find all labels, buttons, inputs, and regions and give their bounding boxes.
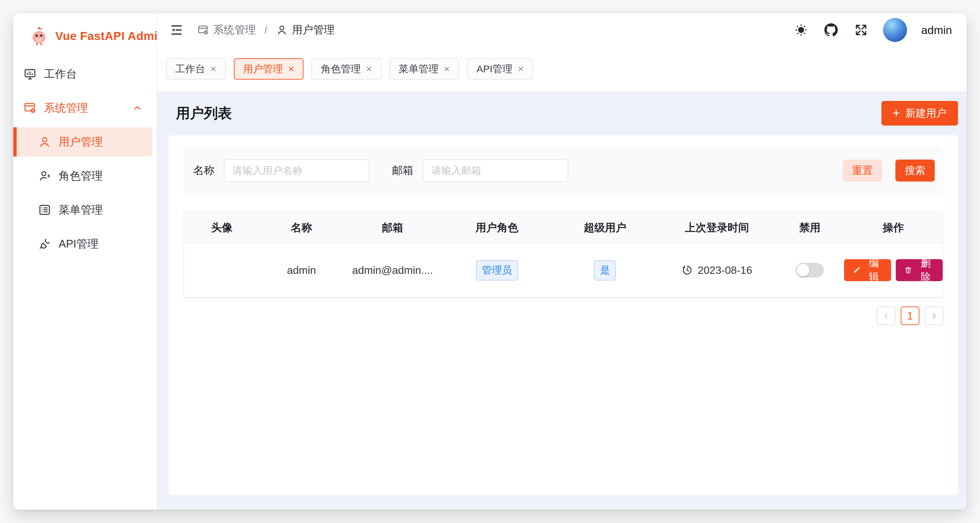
cell-name: admin (260, 264, 344, 277)
collapse-sidebar-icon[interactable] (169, 22, 185, 38)
tab-workbench[interactable]: 工作台 × (166, 58, 226, 79)
reset-button[interactable]: 重置 (843, 160, 882, 181)
window-gear-icon (197, 24, 209, 36)
tab-label: 菜单管理 (399, 62, 439, 76)
sidebar-item-roles[interactable]: 角色管理 (13, 161, 153, 191)
edit-label: 编辑 (865, 256, 883, 284)
cell-disabled (776, 263, 844, 278)
breadcrumb-item-users[interactable]: 用户管理 (276, 23, 334, 37)
tab-menus[interactable]: 菜单管理 × (390, 58, 459, 79)
col-superuser: 超级用户 (552, 221, 658, 235)
tab-users[interactable]: 用户管理 × (234, 58, 304, 79)
page-1-button[interactable]: 1 (901, 307, 920, 325)
fullscreen-icon[interactable] (853, 22, 869, 38)
disabled-toggle[interactable] (796, 263, 824, 278)
avatar[interactable] (883, 18, 907, 42)
breadcrumb-separator: / (262, 24, 269, 36)
table-header-row: 头像 名称 邮箱 用户角色 超级用户 上次登录时间 禁用 操作 (184, 213, 943, 243)
sidebar-item-workbench[interactable]: 工作台 (13, 59, 153, 89)
cell-actions: 编辑 删除 (844, 259, 943, 281)
trash-icon (904, 265, 913, 275)
col-actions: 操作 (844, 221, 943, 235)
filter-actions: 重置 搜索 (843, 160, 935, 181)
plug-icon (38, 237, 51, 251)
col-email: 邮箱 (343, 221, 442, 235)
github-icon[interactable] (823, 22, 839, 38)
sidebar-item-api[interactable]: API管理 (13, 229, 153, 259)
pagination: 1 (183, 307, 943, 325)
col-role: 用户角色 (442, 221, 552, 235)
table-row: admin admin@admin.... 管理员 是 (184, 243, 943, 297)
app-window: Vue FastAPI Admin 工作台 (13, 13, 967, 510)
name-filter-label: 名称 (193, 163, 215, 178)
sidebar-menu: 工作台 系统管理 (13, 59, 157, 259)
close-icon[interactable]: × (444, 64, 450, 74)
close-icon[interactable]: × (518, 64, 523, 74)
email-filter-input[interactable] (423, 159, 568, 182)
content: 用户列表 + 新建用户 名称 邮箱 重置 搜索 (157, 91, 967, 510)
brand[interactable]: Vue FastAPI Admin (13, 13, 157, 59)
user-check-icon (38, 169, 51, 183)
search-button[interactable]: 搜索 (896, 160, 935, 181)
chevron-left-icon (882, 312, 890, 320)
sidebar-item-system[interactable]: 系统管理 (13, 93, 153, 122)
role-tag: 管理员 (476, 260, 518, 280)
sidebar-item-label: 角色管理 (59, 169, 103, 184)
next-page-button[interactable] (925, 307, 943, 325)
sidebar-item-label: API管理 (59, 237, 98, 251)
close-icon[interactable]: × (288, 64, 294, 74)
close-icon[interactable]: × (366, 64, 372, 74)
user-list-card: 名称 邮箱 重置 搜索 头像 名称 邮箱 (169, 135, 958, 495)
tab-api[interactable]: API管理 × (467, 58, 533, 79)
tab-label: API管理 (476, 62, 512, 76)
username[interactable]: admin (921, 24, 952, 37)
sidebar-item-users[interactable]: 用户管理 (13, 127, 153, 157)
tab-label: 用户管理 (243, 62, 283, 76)
tab-label: 角色管理 (321, 62, 361, 76)
sidebar-item-label: 工作台 (44, 67, 77, 82)
email-filter-label: 邮箱 (392, 163, 414, 178)
sidebar-item-label: 系统管理 (44, 100, 88, 116)
prev-page-button[interactable] (877, 307, 896, 325)
cell-superuser: 是 (552, 260, 658, 280)
cell-role: 管理员 (442, 260, 552, 280)
users-table: 头像 名称 邮箱 用户角色 超级用户 上次登录时间 禁用 操作 admin ad… (183, 212, 943, 298)
plus-icon: + (893, 107, 900, 119)
topbar-right: admin (793, 18, 952, 42)
col-name: 名称 (260, 221, 344, 235)
tab-label: 工作台 (175, 62, 205, 76)
new-user-label: 新建用户 (905, 106, 947, 120)
user-icon (276, 24, 288, 36)
superuser-tag: 是 (594, 260, 616, 280)
cell-email: admin@admin.... (343, 264, 442, 277)
tab-roles[interactable]: 角色管理 × (312, 58, 382, 79)
window-gear-icon (23, 101, 37, 114)
email-filter-group: 邮箱 (392, 159, 568, 182)
topbar: 系统管理 / 用户管理 (157, 13, 967, 47)
sidebar-item-menus[interactable]: 菜单管理 (13, 195, 153, 224)
title-row: 用户列表 + 新建用户 (157, 91, 967, 135)
delete-button[interactable]: 删除 (896, 259, 943, 281)
col-last-login: 上次登录时间 (658, 221, 776, 235)
close-icon[interactable]: × (210, 64, 216, 74)
breadcrumb-item-system[interactable]: 系统管理 (197, 23, 256, 37)
theme-sun-icon[interactable] (793, 22, 809, 38)
last-login-value: 2023-08-16 (697, 264, 752, 277)
chevron-right-icon (930, 312, 939, 320)
sidebar-item-label: 用户管理 (59, 135, 103, 149)
edit-button[interactable]: 编辑 (844, 259, 891, 281)
new-user-button[interactable]: + 新建用户 (881, 101, 958, 126)
col-avatar: 头像 (184, 221, 260, 235)
chevron-up-icon (131, 102, 143, 114)
breadcrumb-label: 系统管理 (213, 23, 256, 37)
cell-last-login: 2023-08-16 (658, 264, 776, 277)
breadcrumb: 系统管理 / 用户管理 (197, 23, 334, 37)
list-icon (38, 203, 51, 216)
breadcrumb-label: 用户管理 (292, 23, 334, 37)
tabbar: 工作台 × 用户管理 × 角色管理 × 菜单管理 × API管理 × (157, 47, 967, 91)
clock-history-icon (681, 264, 693, 276)
name-filter-input[interactable] (224, 159, 369, 182)
monitor-icon (23, 67, 37, 81)
col-disabled: 禁用 (776, 221, 844, 235)
chick-logo-icon (29, 25, 49, 46)
